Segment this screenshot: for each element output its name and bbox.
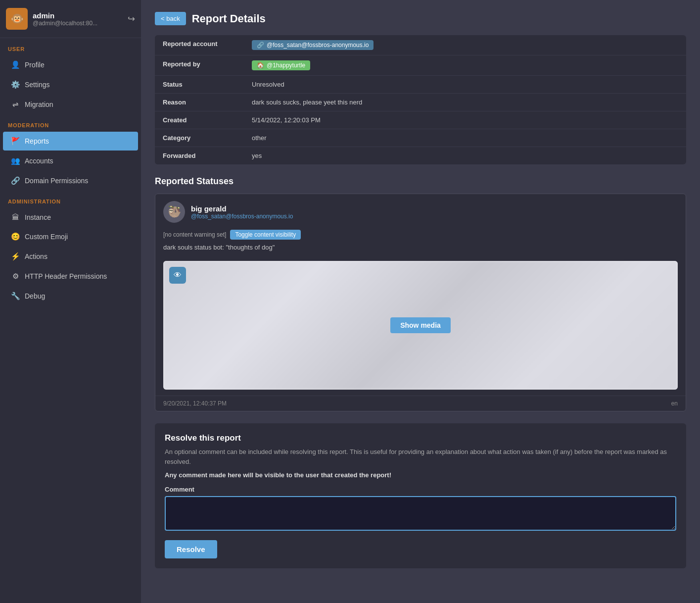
sidebar-item-label: Reports	[25, 137, 49, 145]
resolve-section: Resolve this report An optional comment …	[155, 423, 686, 568]
status-card-header: 🦥 big gerald @foss_satan@fossbros-anonym…	[155, 194, 686, 228]
actions-icon: ⚡	[11, 252, 20, 261]
report-row-status: Status Unresolved	[155, 76, 686, 94]
sidebar: 🐵 admin @admin@localhost:80... ↪ USER 👤 …	[0, 0, 141, 603]
avatar: 🐵	[6, 8, 28, 30]
status-text: dark souls status bot: "thoughts of dog"	[163, 244, 678, 251]
sidebar-item-debug[interactable]: 🔧 Debug	[3, 287, 138, 305]
status-language: en	[671, 400, 678, 407]
reported-by-badge[interactable]: 🏠 @1happyturtle	[252, 60, 310, 70]
status-author-name: big gerald	[191, 204, 293, 213]
created-value: 5/14/2022, 12:20:03 PM	[244, 111, 686, 129]
sidebar-username: admin	[33, 11, 123, 20]
forwarded-label: Forwarded	[155, 147, 244, 164]
sidebar-item-label: Settings	[25, 81, 50, 89]
comment-textarea[interactable]	[165, 496, 676, 531]
reason-label: Reason	[155, 94, 244, 111]
report-row-created: Created 5/14/2022, 12:20:03 PM	[155, 111, 686, 129]
eye-icon: 👁	[169, 267, 186, 284]
sidebar-item-custom-emoji[interactable]: 😊 Custom Emoji	[3, 227, 138, 246]
forwarded-value: yes	[244, 147, 686, 164]
reported-by-label: Reported by	[155, 55, 244, 75]
status-label: Status	[155, 76, 244, 93]
sidebar-item-label: Domain Permissions	[25, 177, 88, 185]
status-user-info: big gerald @foss_satan@fossbros-anonymou…	[191, 204, 293, 220]
show-media-button[interactable]: Show media	[390, 317, 451, 333]
sidebar-item-actions[interactable]: ⚡ Actions	[3, 247, 138, 266]
section-label-user: USER	[0, 38, 141, 55]
report-row-reason: Reason dark souls sucks, please yeet thi…	[155, 94, 686, 111]
accounts-icon: 👥	[11, 156, 20, 165]
sidebar-item-label: Custom Emoji	[25, 233, 68, 241]
reports-icon: 🚩	[11, 137, 20, 146]
user-info: admin @admin@localhost:80...	[33, 11, 123, 27]
home-icon: 🏠	[257, 62, 264, 69]
sidebar-item-migration[interactable]: ⇌ Migration	[3, 95, 138, 114]
status-value: Unresolved	[244, 76, 686, 93]
sidebar-item-label: Accounts	[25, 157, 53, 165]
reported-account-value: 🔗 @foss_satan@fossbros-anonymous.io	[244, 35, 686, 55]
section-label-moderation: MODERATION	[0, 114, 141, 131]
report-row-account: Reported account 🔗 @foss_satan@fossbros-…	[155, 35, 686, 55]
report-row-by: Reported by 🏠 @1happyturtle	[155, 55, 686, 76]
report-details-table: Reported account 🔗 @foss_satan@fossbros-…	[155, 35, 686, 164]
status-avatar: 🦥	[163, 201, 185, 223]
http-icon: ⚙	[11, 272, 20, 281]
status-card: 🦥 big gerald @foss_satan@fossbros-anonym…	[155, 194, 686, 411]
created-label: Created	[155, 111, 244, 129]
settings-icon: ⚙️	[11, 80, 20, 89]
sidebar-item-http-header-permissions[interactable]: ⚙ HTTP Header Permissions	[3, 267, 138, 286]
content-warning-bar: [no content warning set] Toggle content …	[163, 228, 678, 244]
sidebar-item-label: Migration	[25, 100, 53, 108]
sidebar-item-label: HTTP Header Permissions	[25, 272, 107, 280]
sidebar-handle: @admin@localhost:80...	[33, 20, 123, 27]
sidebar-item-reports[interactable]: 🚩 Reports	[3, 132, 138, 151]
sidebar-item-settings[interactable]: ⚙️ Settings	[3, 75, 138, 94]
sidebar-item-accounts[interactable]: 👥 Accounts	[3, 151, 138, 170]
sidebar-item-profile[interactable]: 👤 Profile	[3, 55, 138, 74]
instance-icon: 🏛	[11, 213, 20, 221]
back-button[interactable]: < back	[155, 12, 186, 25]
comment-label: Comment	[165, 486, 676, 493]
status-timestamp: 9/20/2021, 12:40:37 PM	[163, 400, 227, 407]
toggle-content-visibility-button[interactable]: Toggle content visibility	[230, 230, 301, 240]
sidebar-item-label: Profile	[25, 61, 45, 69]
resolve-button[interactable]: Resolve	[165, 540, 217, 558]
sidebar-item-label: Actions	[25, 252, 47, 260]
sidebar-header: 🐵 admin @admin@localhost:80... ↪	[0, 0, 141, 38]
media-area: 👁 Show media	[163, 261, 678, 390]
status-footer: 9/20/2021, 12:40:37 PM en	[155, 396, 686, 411]
status-content: [no content warning set] Toggle content …	[155, 228, 686, 261]
status-author-handle: @foss_satan@fossbros-anonymous.io	[191, 213, 293, 220]
report-row-forwarded: Forwarded yes	[155, 147, 686, 164]
reason-value: dark souls sucks, please yeet this nerd	[244, 94, 686, 111]
category-label: Category	[155, 129, 244, 147]
reported-account-label: Reported account	[155, 35, 244, 55]
resolve-title: Resolve this report	[165, 433, 676, 443]
page-header: < back Report Details	[155, 12, 686, 25]
resolve-description: An optional comment can be included whil…	[165, 447, 676, 466]
cw-text: [no content warning set]	[163, 231, 226, 238]
sidebar-item-domain-permissions[interactable]: 🔗 Domain Permissions	[3, 171, 138, 190]
sidebar-item-instance[interactable]: 🏛 Instance	[3, 208, 138, 226]
reported-by-value: 🏠 @1happyturtle	[244, 55, 686, 75]
reported-account-badge[interactable]: 🔗 @foss_satan@fossbros-anonymous.io	[252, 40, 373, 50]
sidebar-item-label: Instance	[25, 213, 51, 221]
logout-icon[interactable]: ↪	[128, 13, 135, 24]
account-link-icon: 🔗	[257, 42, 264, 49]
main-content: < back Report Details Reported account 🔗…	[141, 0, 700, 603]
report-row-category: Category other	[155, 129, 686, 147]
profile-icon: 👤	[11, 60, 20, 69]
page-title: Report Details	[192, 12, 266, 25]
resolve-warning: Any comment made here will be visible to…	[165, 471, 676, 479]
emoji-icon: 😊	[11, 232, 20, 241]
section-label-administration: ADMINISTRATION	[0, 191, 141, 207]
sidebar-item-label: Debug	[25, 292, 45, 300]
debug-icon: 🔧	[11, 292, 20, 301]
reported-statuses-title: Reported Statuses	[155, 176, 686, 187]
domain-icon: 🔗	[11, 176, 20, 185]
category-value: other	[244, 129, 686, 147]
migration-icon: ⇌	[11, 100, 20, 109]
